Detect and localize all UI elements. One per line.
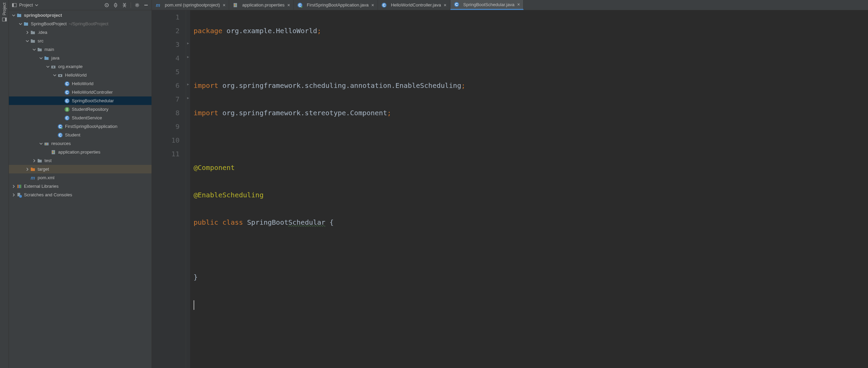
- svg-rect-19: [38, 48, 39, 49]
- project-tool-tab[interactable]: Project: [1, 2, 8, 23]
- svg-rect-55: [20, 185, 21, 188]
- tree-item-src[interactable]: src: [9, 37, 152, 45]
- close-icon[interactable]: ×: [444, 2, 446, 8]
- hide-panel-icon[interactable]: [143, 2, 149, 8]
- chevron-down-icon[interactable]: [38, 55, 44, 61]
- select-opened-icon[interactable]: [104, 2, 109, 8]
- svg-point-57: [19, 195, 22, 198]
- project-tool-label: Project: [2, 2, 7, 15]
- class-run-icon: C: [297, 2, 303, 8]
- tree-item-helloworld-class[interactable]: C HelloWorld: [9, 79, 152, 88]
- chevron-right-icon[interactable]: [11, 184, 16, 189]
- code-editor[interactable]: 1 2 3 4 5 6 7 8 9 10 11 package org.exam…: [152, 10, 868, 368]
- expand-all-icon[interactable]: [113, 2, 118, 8]
- close-icon[interactable]: ×: [287, 2, 290, 8]
- tab-label: HelloWorldController.java: [391, 2, 441, 8]
- fold-marker-icon[interactable]: [186, 83, 190, 86]
- fold-marker-icon[interactable]: [186, 42, 190, 45]
- tree-item-pom[interactable]: m pom.xml: [9, 173, 152, 182]
- tree-item-idea[interactable]: .idea: [9, 28, 152, 37]
- folder-icon: [37, 158, 42, 163]
- chevron-down-icon[interactable]: [52, 73, 57, 78]
- svg-text:I: I: [66, 107, 67, 111]
- svg-rect-47: [53, 152, 54, 153]
- svg-rect-16: [31, 40, 35, 43]
- chevron-down-icon[interactable]: [25, 38, 30, 44]
- svg-rect-49: [38, 159, 39, 160]
- tree-item-scratches[interactable]: Scratches and Consoles: [9, 190, 152, 199]
- tab-pom[interactable]: m pom.xml (springbootproject) ×: [152, 0, 229, 10]
- tree-item-main[interactable]: main: [9, 45, 152, 54]
- tree-label: target: [38, 167, 49, 172]
- fold-marker-icon[interactable]: [186, 55, 190, 59]
- tree-item-studentrepository[interactable]: I StudentRepository: [9, 105, 152, 114]
- chevron-down-icon[interactable]: [18, 21, 23, 27]
- dropdown-icon[interactable]: [35, 3, 38, 7]
- svg-text:m: m: [31, 175, 35, 181]
- svg-rect-44: [47, 144, 48, 145]
- svg-rect-54: [19, 185, 20, 188]
- fold-marker-icon[interactable]: [186, 96, 190, 100]
- class-icon: C: [381, 2, 387, 8]
- close-icon[interactable]: ×: [371, 2, 374, 8]
- tab-springbootschedular[interactable]: C SpringBootSchedular.java ×: [450, 0, 524, 10]
- interface-icon: I: [64, 107, 70, 112]
- tree-label: resources: [51, 141, 71, 146]
- package-icon: [51, 64, 56, 69]
- project-panel-header: Project: [9, 0, 152, 10]
- collapse-all-icon[interactable]: [122, 2, 127, 8]
- svg-rect-13: [24, 22, 26, 23]
- svg-rect-42: [46, 143, 47, 145]
- svg-rect-46: [52, 151, 53, 153]
- tree-label: java: [51, 55, 60, 61]
- tree-item-java[interactable]: java: [9, 54, 152, 62]
- chevron-down-icon[interactable]: [11, 13, 16, 18]
- tree-item-springbootschedular[interactable]: C SpringBootSchedular: [9, 96, 152, 105]
- tree-item-resources[interactable]: resources: [9, 139, 152, 148]
- project-tool-icon: [2, 17, 7, 22]
- tree-item-module[interactable]: SpringBootProject ~/SpringBootProject: [9, 19, 152, 28]
- tree-item-studentservice[interactable]: C StudentService: [9, 114, 152, 122]
- tree-item-helloworldcontroller[interactable]: C HelloWorldController: [9, 88, 152, 96]
- svg-text:C: C: [66, 116, 68, 120]
- tree-item-target[interactable]: target: [9, 165, 152, 173]
- svg-text:C: C: [455, 2, 458, 6]
- tree-label: pom.xml: [38, 175, 54, 180]
- tree-label: application.properties: [58, 149, 101, 155]
- tree-item-appproperties[interactable]: application.properties: [9, 148, 152, 156]
- line-number: 4: [152, 51, 180, 65]
- chevron-right-icon[interactable]: [25, 30, 30, 35]
- tree-item-package[interactable]: org.example: [9, 62, 152, 71]
- code-content[interactable]: package org.example.HelloWorld; import o…: [190, 10, 868, 368]
- chevron-down-icon[interactable]: [31, 47, 37, 52]
- svg-text:C: C: [66, 90, 68, 94]
- tree-item-student[interactable]: C Student: [9, 131, 152, 139]
- tree-label: SpringBootSchedular: [72, 98, 114, 103]
- line-number-gutter: 1 2 3 4 5 6 7 8 9 10 11: [152, 10, 186, 368]
- tree-item-root[interactable]: springbootproject: [9, 11, 152, 19]
- chevron-down-icon[interactable]: [45, 64, 51, 69]
- svg-rect-20: [44, 57, 49, 60]
- class-run-icon: C: [57, 124, 63, 129]
- tab-firstbootapp[interactable]: C FirstSpringBootApplication.java ×: [294, 0, 378, 10]
- tree-label: .idea: [38, 30, 47, 35]
- editor-tabs: m pom.xml (springbootproject) × applicat…: [152, 0, 868, 10]
- chevron-right-icon[interactable]: [11, 192, 16, 198]
- tree-item-test[interactable]: test: [9, 156, 152, 165]
- close-icon[interactable]: ×: [223, 2, 225, 8]
- tab-appprops[interactable]: application.properties ×: [229, 0, 294, 10]
- tree-item-firstbootapp[interactable]: C FirstSpringBootApplication: [9, 122, 152, 131]
- close-icon[interactable]: ×: [517, 2, 520, 7]
- settings-icon[interactable]: [134, 2, 140, 8]
- chevron-down-icon[interactable]: [38, 141, 44, 146]
- project-tree[interactable]: springbootproject SpringBootProject ~/Sp…: [9, 10, 152, 368]
- svg-rect-3: [12, 3, 14, 7]
- editor-area: m pom.xml (springbootproject) × applicat…: [152, 0, 868, 368]
- chevron-right-icon[interactable]: [25, 167, 30, 172]
- tab-hwcontroller[interactable]: C HelloWorldController.java ×: [378, 0, 450, 10]
- svg-text:C: C: [299, 3, 301, 7]
- chevron-right-icon[interactable]: [31, 158, 37, 163]
- tree-item-external-libraries[interactable]: External Libraries: [9, 182, 152, 190]
- tree-item-helloworld-pkg[interactable]: HelloWorld: [9, 71, 152, 79]
- svg-text:C: C: [66, 99, 68, 103]
